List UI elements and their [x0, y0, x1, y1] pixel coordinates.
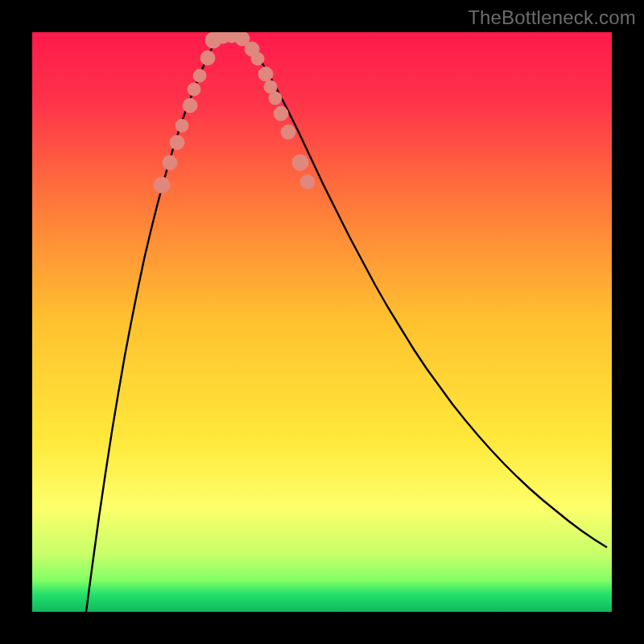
data-marker [300, 175, 315, 189]
watermark-label: TheBottleneck.com [468, 6, 636, 29]
data-markers [154, 32, 315, 193]
data-marker [269, 92, 282, 105]
data-marker [292, 155, 308, 171]
outer-frame: TheBottleneck.com [0, 0, 644, 644]
plot-area [32, 32, 612, 612]
data-marker [251, 52, 264, 65]
data-marker [200, 51, 215, 65]
data-marker [274, 106, 288, 121]
data-marker [170, 135, 184, 150]
data-marker [281, 125, 295, 139]
bottleneck-curve [32, 32, 612, 612]
data-marker [183, 98, 197, 113]
data-marker [193, 69, 206, 82]
data-marker [188, 83, 200, 96]
data-marker [175, 119, 188, 132]
data-marker [258, 67, 273, 81]
data-marker [163, 155, 177, 170]
data-marker [154, 177, 170, 193]
